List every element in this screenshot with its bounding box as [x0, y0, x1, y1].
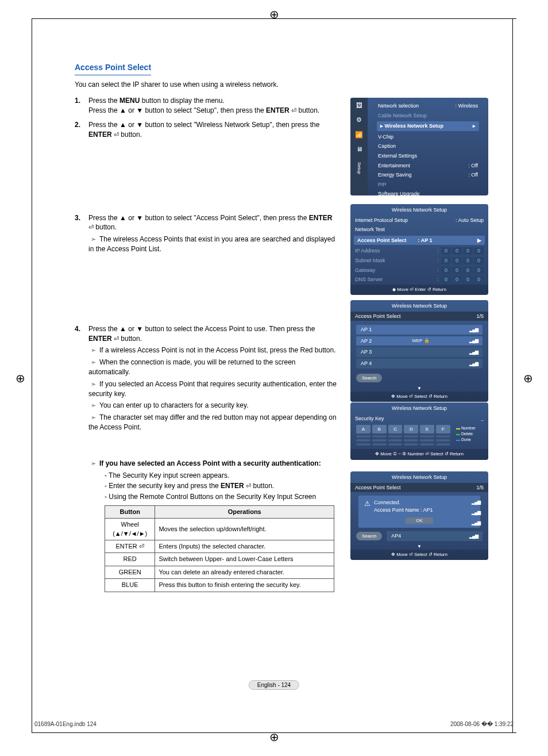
osd-footer: ✥ Move ⏎ Select ↺ Return — [350, 392, 488, 402]
table-cell: BLUE — [105, 579, 155, 592]
picture-icon: 🖼 — [356, 101, 362, 110]
step-3: 3. Press the ▲ or ▼ button to select "Ac… — [75, 213, 339, 256]
osd-title: Wireless Network Setup — [350, 402, 488, 414]
print-date: 2008-08-06 �� 1:39:22 — [450, 721, 514, 727]
osd-ap-select: Wireless Network Setup Access Point Sele… — [350, 300, 488, 402]
osd-connected: Wireless Network Setup Access Point Sele… — [350, 471, 488, 560]
step-3-note: The wireless Access Points that exist in… — [88, 235, 339, 254]
signal-icon: ▂▄▆ — [472, 499, 480, 505]
menu-item: Software Upgrade — [373, 189, 483, 199]
security-key-label: Security Key — [355, 415, 481, 423]
scroll-indicator: ▼ — [350, 543, 488, 550]
osd-title: Wireless Network Setup — [350, 471, 488, 483]
osd-title: Wireless Network Setup — [350, 300, 488, 312]
setup-row: Gateway: 0000 — [350, 266, 488, 275]
step-number: 3. — [75, 213, 88, 256]
registration-mark: ⊕ — [522, 373, 534, 384]
button-table: Button Operations Wheel (▲/▼/◄/►)Moves t… — [105, 505, 334, 592]
menu-item: Energy Saving: Off — [373, 170, 483, 180]
signal-icon: ▂▄▆ — [472, 520, 480, 526]
menu-item: Caption — [373, 141, 483, 151]
search-button[interactable]: Search — [356, 532, 382, 540]
crop-mark — [32, 18, 36, 733]
enter-icon: ⏎ — [114, 335, 119, 343]
setup-row: Internet Protocol Setup: Auto Setup — [350, 216, 488, 225]
osd-wireless-setup: Wireless Network Setup Internet Protocol… — [350, 204, 488, 295]
key-cell[interactable]: D — [404, 425, 418, 433]
osd-footer: ◆ Move ⏎ Enter ↺ Return — [350, 285, 488, 295]
table-header: Operations — [155, 505, 334, 518]
auth-line: - Using the Remote Control Buttons on th… — [105, 492, 339, 502]
table-cell: GREEN — [105, 566, 155, 578]
key-cell[interactable]: A — [356, 425, 371, 433]
osd-footer: ✥ Move ① ~ ⑨ Number ⏎ Select ↺ Return — [350, 449, 488, 459]
step-number: 1. — [75, 96, 88, 116]
legend-number: ▬ Number — [456, 425, 485, 431]
step-4-note: If you selected an Access Point that req… — [88, 379, 339, 399]
registration-mark: ⊕ — [268, 731, 280, 743]
table-cell: Press this button to finish entering the… — [155, 579, 334, 592]
osd-counter: 1/5 — [476, 484, 484, 492]
table-cell: Moves the selection up/down/left/right. — [155, 519, 334, 540]
osd-setup-menu: 🖼 ⚙ 📶 🖥 Setup Network selection: Wireles… — [350, 98, 488, 195]
menu-item: PIP — [373, 180, 483, 190]
connected-msg: Connected. — [374, 499, 433, 506]
key-cell[interactable]: B — [372, 425, 387, 433]
app-icon: 🖥 — [356, 145, 362, 153]
gear-icon: ⚙ — [356, 116, 362, 124]
step-1: 1. Press the MENU button to display the … — [75, 96, 339, 116]
crop-mark — [512, 18, 516, 733]
sidebar-label: Setup — [356, 162, 362, 174]
enter-icon: ⏎ — [246, 482, 251, 490]
key-cell[interactable]: E — [420, 425, 434, 433]
step-number: 2. — [75, 120, 88, 140]
key-cell[interactable]: F — [436, 425, 450, 433]
search-button[interactable]: Search — [356, 374, 382, 382]
osd-security-key: Wireless Network Setup Security Key_ ABC… — [350, 402, 488, 460]
ap-row[interactable]: AP 4▂▄▆ — [356, 359, 483, 369]
warning-icon: ⚠ — [364, 499, 371, 509]
setup-row: Access Point Select: AP 1▶ — [354, 236, 485, 245]
auth-line: - The Security Key input screen appears. — [105, 471, 339, 481]
table-cell: ENTER ⏎ — [105, 540, 155, 553]
page-number: English - 124 — [249, 680, 299, 690]
registration-mark: ⊕ — [268, 9, 280, 20]
ok-button[interactable]: OK — [406, 517, 433, 524]
osd-counter: 1/5 — [476, 313, 484, 320]
menu-item: V-Chip — [373, 132, 483, 142]
registration-mark: ⊕ — [14, 373, 26, 384]
menu-item: Network selection: Wireless — [373, 101, 483, 111]
step-number: 4. — [75, 324, 88, 435]
signal-icon: ▂▄▆ — [469, 533, 478, 539]
signal-icon: ▂▄▆ — [472, 509, 480, 516]
file-name: 01689A-01Eng.indb 124 — [34, 721, 97, 727]
setup-row: DNS Server: 0000 — [350, 275, 488, 285]
section-heading: Access Point Select — [75, 62, 151, 75]
table-cell: You can delete an already entered charac… — [155, 566, 334, 578]
intro-text: You can select the IP sharer to use when… — [75, 80, 496, 90]
osd-footer: ✥ Move ⏎ Select ↺ Return — [350, 550, 488, 560]
step-4-note: When the connection is made, you will be… — [88, 358, 339, 377]
menu-item: Cable Network Setup — [373, 111, 483, 121]
setup-row: IP Address: 0000 — [350, 246, 488, 256]
ap-row[interactable]: AP 3▂▄▆ — [356, 347, 483, 357]
legend-done: ▬ Done — [456, 437, 485, 443]
menu-item: ▸ Wireless Network Setup▸ — [377, 121, 479, 131]
input-icon: 📶 — [355, 131, 363, 139]
setup-row: Network Test — [350, 225, 488, 235]
setup-row: Subnet Mask: 0000 — [350, 256, 488, 266]
auth-heading: If you have selected an Access Point wit… — [75, 459, 339, 469]
ap-row[interactable]: AP 1▂▄▆ — [356, 325, 483, 335]
enter-icon: ⏎ — [88, 223, 94, 232]
table-cell: RED — [105, 553, 155, 566]
ap-row[interactable]: AP 2WEP 🔒 ▂▄▆ — [356, 336, 483, 346]
osd-header: Access Point Select — [355, 313, 476, 320]
step-2: 2. Press the ▲ or ▼ button to select "Wi… — [75, 120, 339, 140]
auth-line: - Enter the security key and press the E… — [105, 481, 339, 491]
scroll-indicator: ▼ — [350, 385, 488, 392]
ap-name-msg: Access Point Name : AP1 — [374, 506, 433, 514]
table-header: Button — [105, 505, 155, 518]
step-4-note: If a wireless Access Point is not in the… — [88, 346, 339, 355]
key-cell[interactable]: C — [388, 425, 403, 433]
enter-icon: ⏎ — [291, 106, 296, 115]
